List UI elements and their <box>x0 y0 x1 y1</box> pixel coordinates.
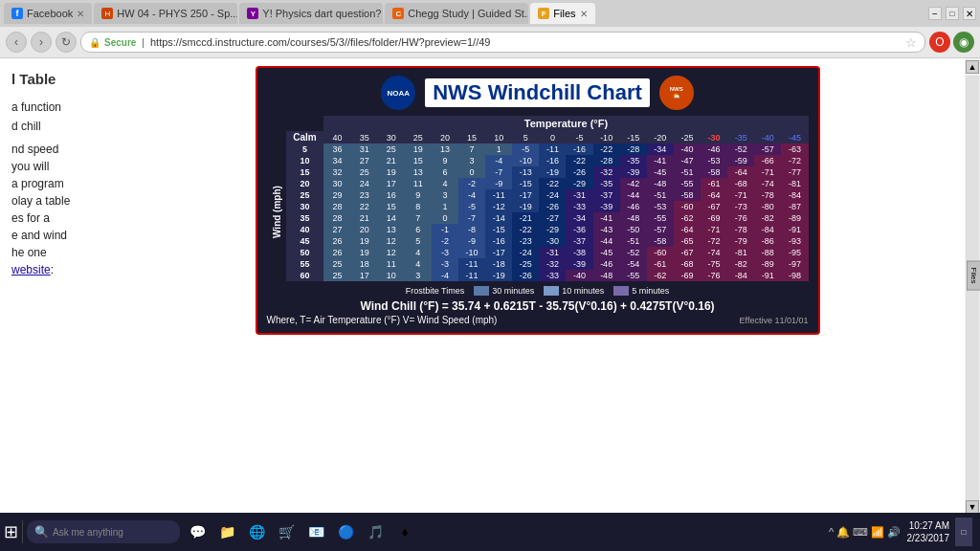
scroll-down-button[interactable]: ▼ <box>966 500 979 514</box>
windchill-cell: -39 <box>620 166 647 178</box>
windchill-cell: -39 <box>566 258 592 270</box>
formula-footer: Where, T= Air Temperature (°F) V= Wind S… <box>267 315 809 325</box>
wind-axis-label: Wind (mph) <box>267 143 286 281</box>
windchill-cell: 15 <box>405 155 432 166</box>
windchill-cell: -57 <box>754 143 781 155</box>
windchill-cell: 8 <box>405 201 432 212</box>
calm-header: Calm <box>286 131 324 143</box>
taskbar-diamond[interactable]: ♦ <box>391 518 418 545</box>
search-placeholder: Ask me anything <box>53 527 123 538</box>
windchill-cell: -58 <box>674 189 701 201</box>
taskbar-cortana[interactable]: 💬 <box>184 518 211 545</box>
windows-logo: ⊞ <box>4 521 18 542</box>
tab-hw04[interactable]: H HW 04 - PHYS 250 - Sp... ✕ <box>94 3 237 24</box>
temp-col-35: 35 <box>351 131 378 143</box>
taskbar-right: ^ 🔔 ⌨ 📶 🔊 10:27 AM 2/23/2017 □ <box>829 518 976 546</box>
windchill-cell: -3 <box>432 247 458 258</box>
temp-col-n30: -30 <box>701 131 727 143</box>
tab-chegg[interactable]: C Chegg Study | Guided St... ✕ <box>385 3 528 24</box>
clock-time: 10:27 AM <box>907 519 950 532</box>
windchill-cell: 36 <box>323 143 350 155</box>
windchill-cell: -4 <box>485 155 512 166</box>
sidebar-text-4: nd speed <box>11 141 99 158</box>
windchill-cell: -78 <box>727 224 754 235</box>
windchill-cell: -68 <box>674 258 701 270</box>
windchill-cell: -55 <box>674 178 701 189</box>
scroll-up-button[interactable]: ▲ <box>966 60 979 74</box>
taskbar-store[interactable]: 🛒 <box>273 518 300 545</box>
show-desktop-button[interactable]: □ <box>955 518 972 546</box>
forward-button[interactable]: › <box>31 32 52 53</box>
windchill-cell: -12 <box>485 201 512 212</box>
windchill-cell: -84 <box>754 224 781 235</box>
tab-facebook-close[interactable]: ✕ <box>77 9 84 19</box>
windchill-cell: -39 <box>593 201 620 212</box>
wind-speed-cell: 60 <box>286 270 324 281</box>
windchill-cell: -7 <box>458 212 485 224</box>
windchill-cell: -67 <box>701 201 727 212</box>
opera-icon[interactable]: O <box>929 32 950 53</box>
column-header-row: Calm 40 35 30 25 20 15 10 5 0 -5 -10 -15… <box>267 131 809 143</box>
temp-col-25: 25 <box>405 131 432 143</box>
taskbar-chrome[interactable]: 🔵 <box>332 518 359 545</box>
windchill-cell: 6 <box>432 166 458 178</box>
files-favicon: F <box>538 8 549 19</box>
tab-files-close[interactable]: ✕ <box>580 9 588 19</box>
windchill-cell: 13 <box>378 224 405 235</box>
windchill-cell: 29 <box>323 189 350 201</box>
close-window-button[interactable]: ✕ <box>963 7 976 20</box>
search-icon: 🔍 <box>34 525 49 539</box>
taskbar-mail[interactable]: 📧 <box>302 518 329 545</box>
noaa-logo: NOAA <box>381 76 415 110</box>
taskbar-explorer[interactable]: 📁 <box>213 518 240 545</box>
sidebar-text-7: olay a table <box>11 192 99 209</box>
back-button[interactable]: ‹ <box>6 32 27 53</box>
search-bar[interactable]: 🔍 Ask me anything <box>27 520 180 543</box>
physics-favicon: Y <box>247 8 258 19</box>
windchill-cell: 7 <box>405 212 432 224</box>
window-controls: − □ ✕ <box>928 7 976 20</box>
maximize-button[interactable]: □ <box>946 7 959 20</box>
windchill-cell: -89 <box>781 212 808 224</box>
windchill-cell: 10 <box>378 270 405 281</box>
legend-5min-box <box>613 286 629 296</box>
tab-hw04-label: HW 04 - PHYS 250 - Sp... <box>117 8 237 19</box>
windchill-cell: -24 <box>512 247 539 258</box>
windchill-cell: 19 <box>405 143 432 155</box>
windchill-cell: -43 <box>593 224 620 235</box>
windchill-cell: -4 <box>432 270 458 281</box>
files-side-tab[interactable]: Files <box>967 261 980 291</box>
taskbar-music[interactable]: 🎵 <box>362 518 389 545</box>
formula-section: Wind Chill (°F) = 35.74 + 0.6215T - 35.7… <box>267 299 809 325</box>
windchill-cell: 6 <box>405 224 432 235</box>
windchill-cell: -58 <box>647 235 674 247</box>
table-row: 20302417114-2-9-15-22-29-35-42-48-55-61-… <box>267 178 809 189</box>
windchill-cell: -28 <box>620 143 647 155</box>
sidebar-link-suffix: : <box>51 263 54 276</box>
start-button[interactable]: ⊞ <box>4 521 18 542</box>
windchill-cell: -98 <box>781 270 808 281</box>
hw04-favicon: H <box>101 8 113 19</box>
windchill-cell: -44 <box>593 235 620 247</box>
refresh-button[interactable]: ↻ <box>56 32 77 53</box>
windchill-cell: -31 <box>566 189 592 201</box>
address-bar[interactable]: 🔒 Secure | https://smccd.instructure.com… <box>80 32 925 53</box>
time-display: 10:27 AM 2/23/2017 <box>907 519 950 544</box>
wind-speed-cell: 5 <box>286 143 324 155</box>
taskbar-edge[interactable]: 🌐 <box>243 518 270 545</box>
windchill-cell: -58 <box>701 166 727 178</box>
table-row: 402720136-1-8-15-22-29-36-43-50-57-64-71… <box>267 224 809 235</box>
bookmark-icon[interactable]: ☆ <box>905 35 917 50</box>
windchill-cell: -17 <box>512 189 539 201</box>
windchill-cell: -64 <box>727 166 754 178</box>
windchill-cell: -97 <box>781 258 808 270</box>
taskbar-icons: ^ 🔔 ⌨ 📶 🔊 <box>829 526 901 539</box>
tab-facebook[interactable]: f Facebook ✕ <box>4 3 92 24</box>
windchill-cell: 0 <box>458 166 485 178</box>
windchill-cell: 17 <box>378 178 405 189</box>
sidebar-link[interactable]: website <box>11 263 51 276</box>
ext-icon[interactable]: ◉ <box>953 32 974 53</box>
minimize-button[interactable]: − <box>928 7 942 20</box>
tab-physics[interactable]: Y Y! Physics dart question? |... ✕ <box>239 3 383 24</box>
tab-files[interactable]: F Files ✕ <box>530 3 594 24</box>
